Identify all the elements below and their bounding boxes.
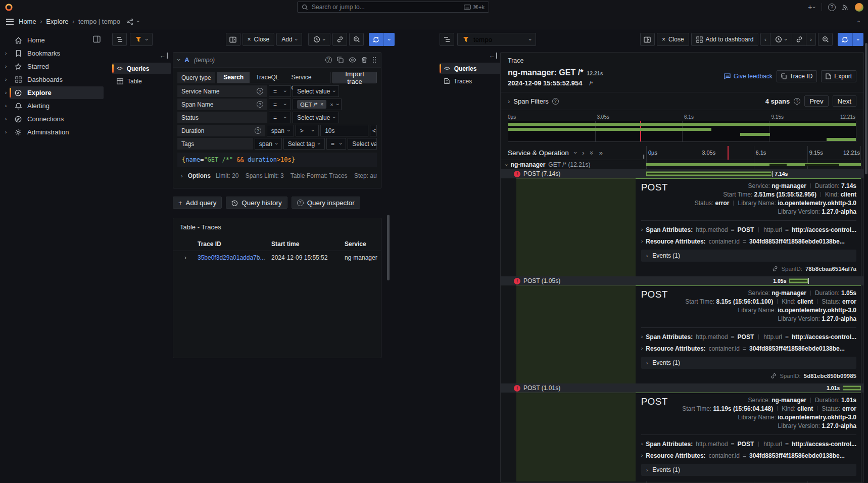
span-attributes-row[interactable]: Span Attributes: http.method=POST http.u… [641,438,856,450]
events-row[interactable]: Events (1) [641,464,856,476]
tab-traceql[interactable]: TraceQL [250,72,285,83]
new-button[interactable] [808,3,815,11]
give-feedback-link[interactable]: Give feedback [724,73,773,80]
service-name-value-select[interactable]: Select value [293,85,339,97]
add-query-button[interactable]: Add query [173,197,222,209]
span-name-value-select[interactable]: GET /* [293,99,342,110]
resource-attributes-row[interactable]: Resource Attributes: container.id=304fd8… [641,450,856,461]
sidebar-item-connections[interactable]: Connections [0,113,105,125]
hide-query-icon[interactable] [349,57,356,63]
link-icon[interactable] [772,266,778,272]
datasource-picker[interactable]: tempo [457,33,536,46]
resource-attributes-row[interactable]: Resource Attributes: container.id=304fd8… [641,343,856,354]
span-row-post-2[interactable]: POST (1.05s) 1.05s [501,276,863,285]
resource-attributes-row[interactable]: Resource Attributes: container.id=304fd8… [641,235,856,247]
chevron-right-icon[interactable] [2,64,10,69]
duration-scope-select[interactable]: span [267,125,294,136]
sidebar-item-home[interactable]: Home [0,34,105,46]
duration-operator-select[interactable]: > [296,125,319,136]
add-button[interactable]: Add [276,33,302,46]
tags-key-select[interactable]: Select tag [283,138,325,150]
chevron-right-icon[interactable] [2,129,10,135]
trace-id-button[interactable]: Trace ID [777,70,817,82]
query-history-button[interactable]: Query history [226,197,287,209]
chevron-down-icon[interactable] [135,21,141,23]
chevron-right-icon[interactable] [2,90,10,95]
window-scrollbar[interactable] [865,43,867,174]
span-row-post-1[interactable]: POST (7.14s) 7.14s [501,169,863,178]
prev-span-button[interactable]: Prev [804,95,828,107]
breadcrumb-explore[interactable]: Explore [46,18,68,25]
zoom-out-button[interactable] [818,33,833,46]
chevron-right-icon[interactable] [508,98,510,105]
span-name-chip[interactable]: GET /* [297,100,326,109]
drag-handle-icon[interactable] [372,57,376,63]
span-name-operator-select[interactable]: = [269,99,291,110]
expand-row-icon[interactable] [184,254,186,261]
close-pane-button[interactable]: Close [657,33,689,46]
run-query-interval-button[interactable] [852,33,863,46]
collapse-all-icon[interactable] [589,151,595,155]
remove-query-icon[interactable] [361,57,367,63]
run-query-button[interactable] [838,33,852,46]
export-button[interactable]: Export [821,70,856,82]
span-bar[interactable] [646,172,771,176]
column-resizer-handle[interactable] [643,155,645,159]
query-editor-header[interactable]: A (tempo) [173,53,381,68]
clear-icon[interactable] [330,102,333,108]
service-name-operator-select[interactable]: = [269,85,291,97]
help-icon[interactable] [828,4,836,11]
import-trace-button[interactable]: Import trace [332,72,377,83]
sidebar-item-alerting[interactable]: Alerting [0,100,105,112]
tab-search[interactable]: Search [217,72,250,83]
news-icon[interactable] [842,4,849,11]
span-attributes-row[interactable]: Span Attributes: http.method=POST http.u… [641,331,856,343]
sidebar-item-bookmarks[interactable]: Bookmarks [0,47,105,60]
span-row-post-3[interactable]: POST (1.01s) 1.01s [501,383,863,393]
tags-value-select[interactable]: Select va [348,138,377,150]
menu-toggle-icon[interactable] [5,18,15,26]
rail-item-table[interactable]: Table [112,75,171,87]
permalink-button[interactable] [792,33,806,46]
trace-id-link[interactable]: 35be0f3d29a01adda7b... [198,254,271,261]
share-icon[interactable] [126,18,133,25]
chevron-down-icon[interactable] [504,164,509,166]
info-icon[interactable] [257,88,263,94]
time-range-button[interactable] [770,33,792,46]
minimap-chart[interactable] [508,121,856,142]
next-span-button[interactable]: Next [833,95,856,107]
collapse-panel-icon[interactable] [854,20,861,22]
grafana-logo-icon[interactable] [5,3,13,12]
datasource-picker[interactable] [130,33,153,46]
time-shift-forward-button[interactable] [806,33,816,46]
span-row-root[interactable]: ng-manager GET /* (12.21s) [501,160,863,169]
tab-service-graph[interactable]: Service Graph [285,72,330,83]
chevron-right-icon[interactable] [2,116,10,122]
zoom-out-button[interactable] [349,33,364,46]
query-inspector-button[interactable]: Query inspector [292,197,360,209]
events-row[interactable]: Events (1) [641,357,856,369]
split-pane-button[interactable] [640,33,655,46]
split-pane-button[interactable] [226,33,240,46]
rail-item-queries[interactable]: <> Queries [440,63,500,74]
sidebar-item-starred[interactable]: Starred [0,60,105,73]
status-value-select[interactable]: Select value [293,112,339,123]
events-row[interactable]: Events (1) [641,250,856,262]
span-bar[interactable] [789,279,808,283]
sidebar-item-administration[interactable]: Administration [0,126,105,138]
outline-toggle-button[interactable] [112,33,127,46]
search-input[interactable]: Search or jump to... ⌘+k [297,2,489,13]
time-shift-back-button[interactable] [760,33,770,46]
chevron-right-icon[interactable] [2,51,10,56]
collapse-one-icon[interactable] [572,152,578,154]
link-icon[interactable] [770,373,777,379]
chevron-down-icon[interactable] [176,59,182,61]
info-icon[interactable] [257,101,263,108]
options-summary[interactable]: Options Limit: 20 Spans Limit: 3 Table F… [177,170,377,184]
query-help-icon[interactable] [325,57,332,63]
sidebar-item-explore[interactable]: Explore [0,86,105,99]
span-bar[interactable] [843,386,861,391]
info-icon[interactable] [552,98,559,105]
span-attributes-row[interactable]: Span Attributes: http.method=POST http.u… [641,224,856,235]
status-operator-select[interactable]: = [269,112,291,123]
